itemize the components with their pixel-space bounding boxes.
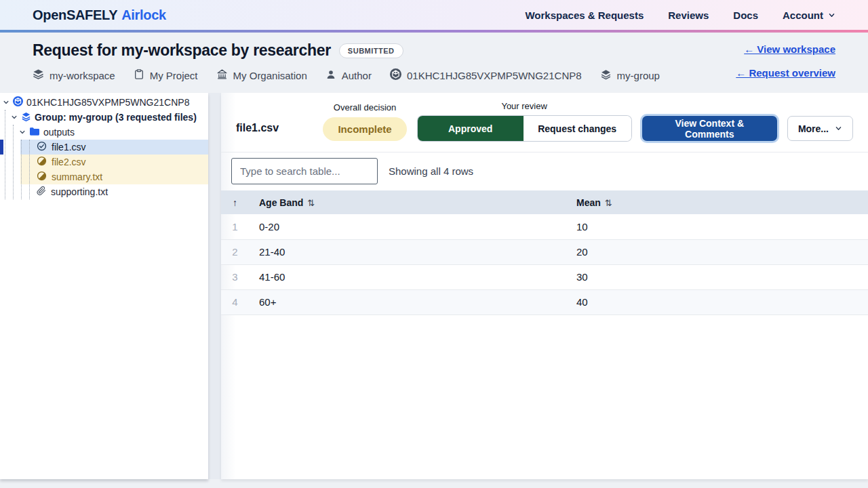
sort-ascending-icon: ↑ bbox=[233, 197, 237, 208]
page-title: Request for my-workspace by researcher bbox=[33, 41, 331, 60]
cell-mean: 20 bbox=[566, 239, 868, 264]
brand-logo[interactable]: OpenSAFELY Airlock bbox=[33, 7, 166, 23]
nav-account-label: Account bbox=[783, 9, 823, 21]
meta-author: Author bbox=[326, 69, 372, 82]
column-header-label: Mean bbox=[576, 197, 601, 208]
meta-project: My Project bbox=[134, 68, 198, 82]
file-tree: 01KHC1HJG85VXPMP5WNG21CNP8 Group: my-gro… bbox=[0, 93, 208, 199]
brand-primary: OpenSAFELY bbox=[33, 7, 117, 23]
rows-summary: Showing all 4 rows bbox=[389, 165, 473, 177]
tree-node-group[interactable]: Group: my-group (3 requested files) bbox=[0, 110, 208, 125]
tree-node-outputs-folder[interactable]: outputs bbox=[0, 125, 208, 140]
nav-docs[interactable]: Docs bbox=[733, 9, 758, 21]
cell-age-band: 60+ bbox=[249, 289, 566, 314]
tree-file-label: summary.txt bbox=[52, 171, 102, 182]
view-workspace-link[interactable]: ← View workspace bbox=[744, 43, 835, 55]
pending-review-icon bbox=[37, 156, 47, 168]
tree-indent-guide bbox=[13, 125, 14, 199]
tree-file-label: supporting.txt bbox=[51, 186, 108, 197]
view-context-comments-button[interactable]: View Context & Comments bbox=[642, 116, 777, 141]
table-toolbar: Showing all 4 rows bbox=[221, 152, 868, 190]
nav-account-menu[interactable]: Account bbox=[783, 9, 835, 21]
request-meta-row: my-workspace My Project My Organisation … bbox=[33, 68, 835, 82]
user-icon bbox=[326, 69, 336, 82]
clipboard-icon bbox=[134, 68, 144, 82]
tree-file-label: file1.csv bbox=[52, 142, 86, 152]
column-header-age-band[interactable]: Age Band⇅ bbox=[249, 190, 566, 214]
chevron-down-icon[interactable] bbox=[3, 97, 9, 108]
meta-request-id: 01KHC1HJG85VXPMP5WNG21CNP8 bbox=[390, 68, 582, 82]
table-row: 1 0-20 10 bbox=[221, 214, 868, 239]
cell-age-band: 41-60 bbox=[249, 264, 566, 289]
pending-review-icon bbox=[37, 171, 47, 183]
meta-group: my-group bbox=[600, 68, 660, 82]
chevron-down-icon[interactable] bbox=[11, 112, 18, 123]
file-tree-sidebar: 01KHC1HJG85VXPMP5WNG21CNP8 Group: my-gro… bbox=[0, 93, 208, 479]
cell-age-band: 0-20 bbox=[249, 214, 566, 239]
table-row: 3 41-60 30 bbox=[221, 264, 868, 289]
folder-icon bbox=[29, 127, 40, 138]
meta-workspace-label: my-workspace bbox=[50, 70, 115, 81]
meta-author-label: Author bbox=[342, 70, 372, 81]
sort-icon: ⇅ bbox=[307, 198, 315, 208]
cell-mean: 30 bbox=[566, 264, 868, 289]
column-header-mean[interactable]: Mean⇅ bbox=[566, 190, 868, 214]
row-number-sort-header[interactable]: ↑ bbox=[221, 190, 249, 214]
layers-icon bbox=[33, 68, 44, 82]
tree-indent-guide bbox=[29, 140, 30, 199]
table-row: 4 60+ 40 bbox=[221, 289, 868, 314]
nav-workspaces-requests[interactable]: Workspaces & Requests bbox=[525, 9, 644, 21]
meta-group-label: my-group bbox=[617, 70, 660, 81]
selected-file-indicator bbox=[0, 140, 3, 155]
chevron-down-icon[interactable] bbox=[19, 127, 26, 138]
meta-request-id-label: 01KHC1HJG85VXPMP5WNG21CNP8 bbox=[407, 70, 582, 81]
row-number: 1 bbox=[221, 214, 249, 239]
row-number: 2 bbox=[221, 239, 249, 264]
panel-resize-handle[interactable] bbox=[208, 93, 221, 479]
meta-organisation: My Organisation bbox=[216, 68, 307, 82]
file-review-panel: file1.csv Overall decision Incomplete Yo… bbox=[221, 93, 868, 479]
request-id-icon bbox=[13, 96, 23, 108]
nav-items: Workspaces & Requests Reviews Docs Accou… bbox=[525, 9, 835, 21]
request-changes-button[interactable]: Request changes bbox=[524, 116, 631, 141]
page-header: Request for my-workspace by researcher S… bbox=[0, 33, 868, 82]
tree-indent-guide bbox=[5, 110, 5, 199]
tree-root-label: 01KHC1HJG85VXPMP5WNG21CNP8 bbox=[26, 97, 189, 108]
your-review-label: Your review bbox=[501, 101, 547, 111]
chevron-down-icon bbox=[835, 123, 842, 134]
tree-indent-guide bbox=[21, 140, 22, 199]
chevron-down-icon bbox=[828, 9, 835, 21]
cell-mean: 10 bbox=[566, 214, 868, 239]
status-badge: SUBMITTED bbox=[339, 43, 403, 58]
tree-file-file2[interactable]: file2.csv bbox=[20, 155, 208, 169]
paperclip-icon bbox=[37, 186, 46, 198]
tree-file-summary[interactable]: summary.txt bbox=[20, 169, 208, 184]
table-row: 2 21-40 20 bbox=[221, 239, 868, 264]
overall-decision-group: Overall decision Incomplete bbox=[323, 102, 406, 141]
group-layers-icon bbox=[21, 111, 31, 123]
tree-file-label: file2.csv bbox=[52, 157, 86, 167]
nav-reviews[interactable]: Reviews bbox=[668, 9, 709, 21]
tree-folder-label: outputs bbox=[43, 127, 75, 138]
group-layers-icon bbox=[600, 68, 612, 82]
check-circle-icon bbox=[37, 141, 47, 153]
brand-secondary: Airlock bbox=[121, 7, 166, 23]
tree-file-file1[interactable]: file1.csv bbox=[20, 140, 208, 155]
title-row: Request for my-workspace by researcher S… bbox=[33, 41, 835, 60]
tree-node-request-root[interactable]: 01KHC1HJG85VXPMP5WNG21CNP8 bbox=[0, 95, 208, 110]
approve-button[interactable]: Approved bbox=[418, 116, 524, 141]
row-number: 4 bbox=[221, 289, 249, 314]
meta-project-label: My Project bbox=[150, 70, 198, 81]
search-input[interactable] bbox=[231, 158, 378, 184]
overall-decision-label: Overall decision bbox=[334, 102, 397, 113]
request-id-icon bbox=[390, 68, 401, 82]
tree-file-supporting[interactable]: supporting.txt bbox=[20, 184, 208, 199]
meta-organisation-label: My Organisation bbox=[233, 70, 307, 81]
file-review-header: file1.csv Overall decision Incomplete Yo… bbox=[221, 93, 868, 152]
sort-icon: ⇅ bbox=[605, 198, 612, 208]
request-overview-link[interactable]: ← Request overview bbox=[736, 67, 835, 79]
more-button[interactable]: More... bbox=[787, 116, 853, 141]
more-button-label: More... bbox=[798, 123, 829, 134]
review-button-group: Approved Request changes bbox=[418, 116, 631, 141]
overall-decision-badge: Incomplete bbox=[323, 117, 406, 141]
